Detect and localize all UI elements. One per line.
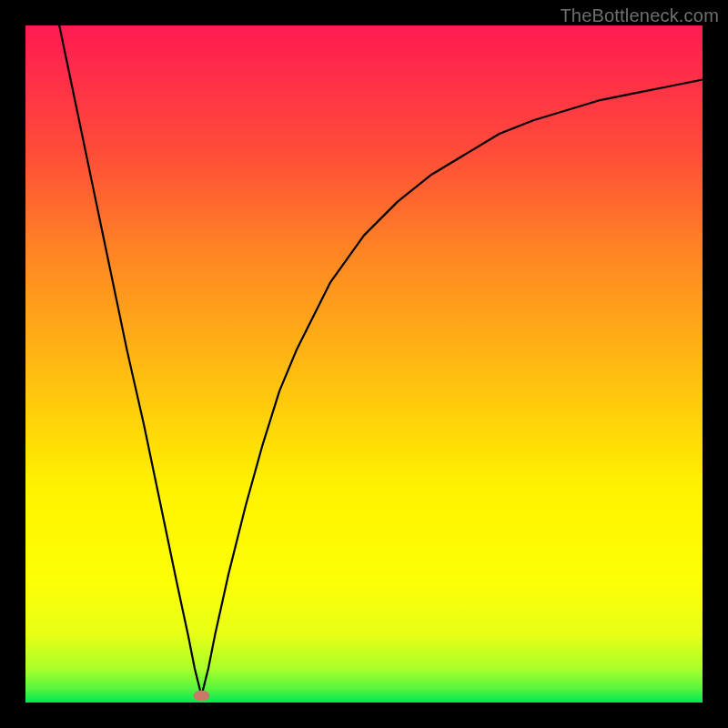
minimum-marker: [193, 691, 209, 702]
plot-area: [25, 25, 703, 703]
gradient-background: [25, 25, 703, 703]
chart-frame: TheBottleneck.com: [0, 0, 728, 728]
chart-svg: [25, 25, 703, 703]
attribution-text: TheBottleneck.com: [560, 5, 719, 26]
